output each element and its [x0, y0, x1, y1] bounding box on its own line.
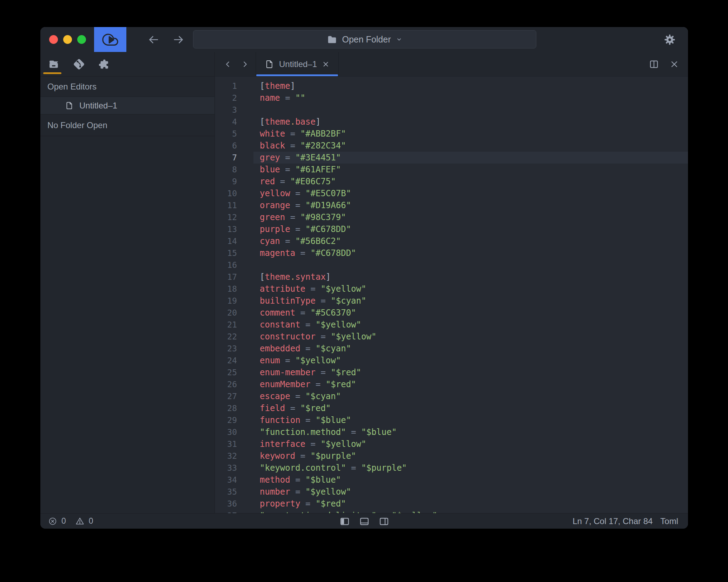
code-line[interactable]: 9red = "#E06C75" — [215, 176, 688, 187]
code-line[interactable]: 35number = "$yellow" — [215, 486, 688, 498]
line-number: 36 — [215, 498, 237, 510]
tabs-back-button[interactable] — [219, 52, 236, 76]
line-number: 33 — [215, 462, 237, 474]
code-line-text: blue = "#61AFEF" — [260, 164, 341, 176]
code-line-text: function = "$blue" — [260, 414, 351, 426]
code-line[interactable]: 36property = "$red" — [215, 498, 688, 510]
settings-button[interactable] — [661, 27, 679, 52]
code-line[interactable]: 7grey = "#3E4451" — [215, 152, 688, 164]
git-icon — [73, 58, 85, 71]
code-line-text: number = "$yellow" — [260, 486, 351, 498]
code-line-text: field = "$red" — [260, 402, 331, 414]
code-line[interactable]: 32keyword = "$purple" — [215, 450, 688, 462]
close-editor-button[interactable] — [670, 60, 679, 69]
code-line-text: orange = "#D19A66" — [260, 199, 351, 211]
no-folder-header[interactable]: No Folder Open — [40, 114, 214, 136]
code-line[interactable]: 15magenta = "#C678DD" — [215, 247, 688, 259]
code-line[interactable]: 8blue = "#61AFEF" — [215, 164, 688, 176]
code-editor[interactable]: 1[theme]2name = ""34[theme.base]5white =… — [215, 77, 688, 513]
code-line[interactable]: 11orange = "#D19A66" — [215, 199, 688, 211]
code-line[interactable]: 14cyan = "#56B6C2" — [215, 235, 688, 247]
nav-back-button[interactable] — [144, 27, 163, 52]
diagnostics[interactable]: 0 0 — [40, 516, 98, 526]
line-number: 18 — [215, 283, 237, 295]
open-folder-label: Open Folder — [342, 34, 391, 45]
tab-close-icon[interactable] — [322, 60, 330, 68]
code-line[interactable]: 18attribute = "$yellow" — [215, 283, 688, 295]
open-editors-header[interactable]: Open Editors — [40, 77, 214, 97]
code-line[interactable]: 17[theme.syntax] — [215, 271, 688, 283]
sidebar: Open Editors Untitled–1 No Folder Open — [40, 52, 215, 513]
tab-untitled-1[interactable]: Untitled–1 — [256, 52, 339, 76]
code-line-text: [theme.base] — [260, 116, 320, 128]
line-number: 13 — [215, 223, 237, 235]
no-folder-label: No Folder Open — [47, 120, 107, 130]
code-line-text: comment = "#5C6370" — [260, 307, 356, 319]
toggle-bottom-panel-button[interactable] — [359, 517, 369, 526]
code-line-text: "keyword.control" = "$purple" — [260, 462, 407, 474]
toggle-left-panel-button[interactable] — [339, 517, 350, 526]
sidebar-item-file-explorer[interactable] — [47, 56, 60, 72]
code-line[interactable]: 25enum-member = "$red" — [215, 366, 688, 378]
minimize-window-button[interactable] — [63, 35, 72, 44]
code-line[interactable]: 3 — [215, 104, 688, 116]
code-line[interactable]: 5white = "#ABB2BF" — [215, 128, 688, 140]
line-number: 7 — [215, 152, 237, 164]
code-line-text: grey = "#3E4451" — [260, 152, 341, 164]
code-line[interactable]: 23embedded = "$cyan" — [215, 343, 688, 355]
close-window-button[interactable] — [49, 35, 58, 44]
code-line[interactable]: 4[theme.base] — [215, 116, 688, 128]
lapce-cloud-play-icon — [101, 32, 119, 48]
split-editor-button[interactable] — [649, 59, 659, 70]
code-line[interactable]: 12green = "#98C379" — [215, 211, 688, 223]
line-number: 23 — [215, 343, 237, 355]
code-line[interactable]: 21constant = "$yellow" — [215, 319, 688, 331]
code-line[interactable]: 31interface = "$yellow" — [215, 438, 688, 450]
code-line[interactable]: 1[theme] — [215, 80, 688, 92]
code-line[interactable]: 28field = "$red" — [215, 402, 688, 414]
code-line[interactable]: 6black = "#282C34" — [215, 140, 688, 152]
code-line[interactable]: 29function = "$blue" — [215, 414, 688, 426]
code-line[interactable]: 33"keyword.control" = "$purple" — [215, 462, 688, 474]
tabs-forward-button[interactable] — [236, 52, 253, 76]
code-line[interactable]: 24enum = "$yellow" — [215, 355, 688, 366]
open-folder-button[interactable]: Open Folder — [193, 30, 536, 48]
code-line[interactable]: 30"function.method" = "$blue" — [215, 426, 688, 438]
sidebar-item-plugins[interactable] — [98, 56, 111, 72]
line-number: 11 — [215, 199, 237, 211]
nav-forward-button[interactable] — [170, 27, 188, 52]
code-line[interactable]: 34method = "$blue" — [215, 474, 688, 486]
code-line[interactable]: 13purple = "#C678DD" — [215, 223, 688, 235]
code-line-text: "function.method" = "$blue" — [260, 426, 397, 438]
toggle-right-panel-button[interactable] — [379, 517, 389, 526]
code-line-text: yellow = "#E5C07B" — [260, 187, 351, 199]
arrow-left-icon — [147, 33, 160, 46]
code-line[interactable]: 27escape = "$cyan" — [215, 390, 688, 402]
code-line-text: "punctuation.delimiter" = "$yellow" — [260, 510, 437, 513]
sidebar-item-source-control[interactable] — [73, 56, 85, 72]
code-line-text: [theme.syntax] — [260, 271, 331, 283]
open-editor-item[interactable]: Untitled–1 — [40, 97, 214, 114]
code-line[interactable]: 20comment = "#5C6370" — [215, 307, 688, 319]
code-line[interactable]: 10yellow = "#E5C07B" — [215, 187, 688, 199]
line-number: 17 — [215, 271, 237, 283]
code-line[interactable]: 37"punctuation.delimiter" = "$yellow" — [215, 510, 688, 513]
editor-pane: Untitled–1 1[t — [215, 52, 688, 513]
line-number: 16 — [215, 259, 237, 271]
language-mode[interactable]: Toml — [660, 516, 678, 526]
line-number: 21 — [215, 319, 237, 331]
code-line-text: purple = "#C678DD" — [260, 223, 351, 235]
tab-bar: Untitled–1 — [215, 52, 688, 77]
code-line[interactable]: 26enumMember = "$red" — [215, 378, 688, 390]
code-line[interactable]: 16 — [215, 259, 688, 271]
code-line[interactable]: 22constructor = "$yellow" — [215, 331, 688, 343]
document-icon — [65, 101, 74, 110]
line-number: 34 — [215, 474, 237, 486]
app-logo-tile[interactable] — [94, 27, 126, 52]
line-number: 30 — [215, 426, 237, 438]
code-line[interactable]: 2name = "" — [215, 92, 688, 104]
code-line[interactable]: 19builtinType = "$cyan" — [215, 295, 688, 307]
zoom-window-button[interactable] — [77, 35, 86, 44]
cursor-position[interactable]: Ln 7, Col 17, Char 84 — [573, 516, 653, 526]
open-editors-list: Untitled–1 — [40, 97, 214, 114]
